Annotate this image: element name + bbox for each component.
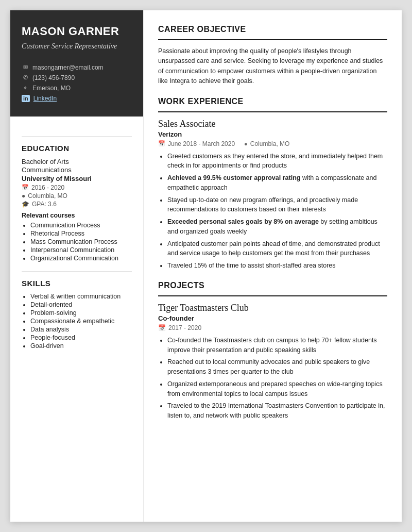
calendar-icon: 📅 [22,184,29,191]
course-item: Communication Process [30,222,132,229]
edu-degree: Bachelor of Arts [22,158,132,165]
work-experience-title: WORK EXPERIENCE [158,97,387,106]
edu-gpa: 🎓 GPA: 3.6 [22,201,132,208]
project-title: Tiger Toastmasters Club [158,303,387,313]
skill-item: Compassionate & empathetic [30,318,132,325]
projects-divider [158,295,387,296]
skill-item: Data analysis [30,326,132,333]
career-objective-title: CAREER OBJECTIVE [158,25,387,34]
contact-linkedin[interactable]: in LinkedIn [22,95,132,102]
candidate-job-title: Customer Service Representative [22,41,132,52]
edu-years: 📅 2016 - 2020 [22,184,132,191]
location-icon: ⌖ [22,85,29,91]
relevant-courses-label: Relevant courses [22,212,132,219]
resume-wrapper: MASON GARNER Customer Service Representa… [10,10,402,522]
project-bullet: Organized extemporaneous and prepared sp… [167,379,387,399]
contact-email: ✉ masongarner@email.com [22,64,132,71]
sidebar: MASON GARNER Customer Service Representa… [10,10,143,522]
education-divider [22,136,132,137]
work-experience-section: WORK EXPERIENCE Sales Associate Verizon … [158,97,387,271]
job-bullet: Exceeded personal sales goals by 8% on a… [167,217,387,237]
job-title: Sales Associate [158,119,387,129]
calendar-icon: 📅 [158,140,165,147]
skills-divider [22,271,132,272]
linkedin-link[interactable]: LinkedIn [33,95,57,102]
skill-item: Goal-driven [30,342,132,350]
job-bullet: Achieved a 99.5% customer approval ratin… [167,173,387,193]
gpa-icon: 🎓 [22,201,29,208]
project-date: 📅 2017 - 2020 [158,324,387,331]
course-item: Organizational Communication [30,255,132,262]
project-entry: Tiger Toastmasters Club Co-founder 📅 201… [158,303,387,421]
edu-university: University of Missouri [22,175,132,182]
job-bullet: Stayed up-to-date on new program offerin… [167,195,387,215]
skill-item: Problem-solving [30,309,132,317]
candidate-name: MASON GARNER [22,25,132,38]
projects-title: PROJECTS [158,281,387,290]
email-icon: ✉ [22,64,29,71]
location-icon: ● [244,141,248,147]
job-company: Verizon [158,130,387,138]
edu-years-value: 2016 - 2020 [31,184,64,191]
linkedin-icon: in [22,95,30,102]
edu-location-icon: ● [22,192,25,200]
project-role: Co-founder [158,314,387,322]
education-section-title: EDUCATION [22,144,132,153]
edu-location-value: Columbia, MO [28,192,67,200]
location-value: Emerson, MO [32,85,71,92]
course-item: Interpersonal Communication [30,246,132,254]
sidebar-contact: ✉ masongarner@email.com ✆ (123) 456-7890… [10,64,143,117]
contact-phone: ✆ (123) 456-7890 [22,74,132,81]
project-bullet: Reached out to local community advocates… [167,357,387,377]
course-item: Rhetorical Process [30,230,132,237]
skills-section-title: SKILLS [22,279,132,288]
job-location: ● Columbia, MO [244,140,289,147]
edu-field: Communications [22,166,132,174]
job-bullet: Traveled 15% of the time to assist short… [167,261,387,271]
job-dates: 📅 June 2018 - March 2020 [158,140,235,147]
project-bullet: Co-founded the Toastmasters club on camp… [167,336,387,355]
contact-location: ⌖ Emerson, MO [22,85,132,92]
main-content: CAREER OBJECTIVE Passionate about improv… [143,10,402,522]
job-meta: 📅 June 2018 - March 2020 ● Columbia, MO [158,140,387,147]
courses-list: Communication ProcessRhetorical ProcessM… [22,222,132,262]
project-bullets: Co-founded the Toastmasters club on camp… [158,336,387,421]
edu-location: ● Columbia, MO [22,192,132,200]
sidebar-body: EDUCATION Bachelor of Arts Communication… [10,117,143,522]
skills-list: Verbal & written communicationDetail-ori… [22,293,132,350]
project-calendar-icon: 📅 [158,324,166,331]
project-bullet: Traveled to the 2019 International Toast… [167,401,387,421]
job-dates-value: June 2018 - March 2020 [168,140,235,147]
job-entry: Sales Associate Verizon 📅 June 2018 - Ma… [158,119,387,271]
course-item: Mass Communication Process [30,238,132,245]
jobs-container: Sales Associate Verizon 📅 June 2018 - Ma… [158,119,387,271]
job-bullet: Greeted customers as they entered the st… [167,152,387,171]
phone-value: (123) 456-7890 [32,74,75,81]
job-bullet: Anticipated customer pain points ahead o… [167,239,387,259]
project-date-value: 2017 - 2020 [168,324,201,331]
projects-section: PROJECTS Tiger Toastmasters Club Co-foun… [158,281,387,421]
gpa-value: GPA: 3.6 [32,201,57,208]
skill-item: Detail-oriented [30,301,132,308]
job-location-value: Columbia, MO [250,140,290,147]
sidebar-header: MASON GARNER Customer Service Representa… [10,10,143,64]
career-objective-text: Passionate about improving the quality o… [158,46,387,87]
job-bullets: Greeted customers as they entered the st… [158,152,387,271]
email-value: masongarner@email.com [32,64,104,71]
projects-container: Tiger Toastmasters Club Co-founder 📅 201… [158,303,387,421]
phone-icon: ✆ [22,74,29,81]
skill-item: Verbal & written communication [30,293,132,300]
career-objective-divider [158,39,387,40]
skill-item: People-focused [30,334,132,341]
work-experience-divider [158,111,387,112]
